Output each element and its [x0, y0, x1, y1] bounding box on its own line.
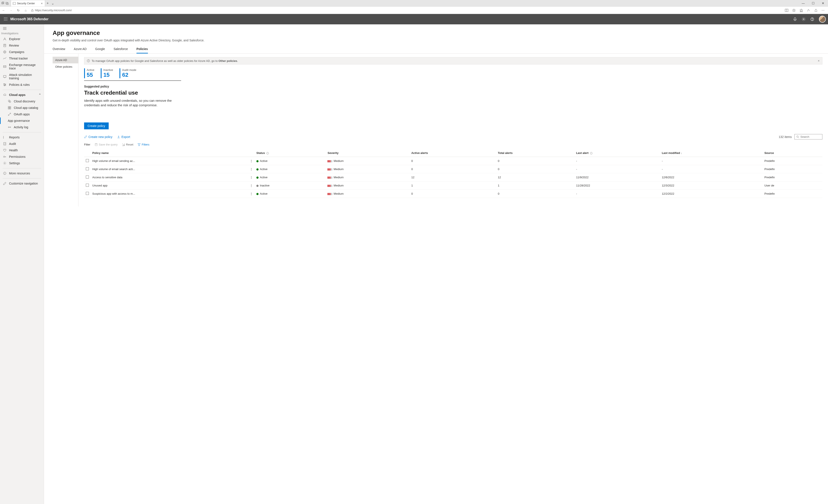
sidebar-item-exchange-trace[interactable]: Exchange message trace [0, 61, 44, 72]
col-total-alerts[interactable]: Total alerts [496, 149, 574, 157]
subnav-other-policies[interactable]: Other policies [53, 64, 78, 70]
cell-source: Predefin [763, 173, 822, 181]
sidebar-item-review[interactable]: Review [0, 42, 44, 49]
tab-azure-ad[interactable]: Azure AD [74, 47, 86, 53]
sidebar-item-campaigns[interactable]: Campaigns [0, 49, 44, 55]
row-actions-icon[interactable]: ⋮ [250, 184, 253, 187]
table-row[interactable]: Unused app⋮InactiveMedium1111/28/202212/… [84, 181, 822, 190]
app-title: Microsoft 365 Defender [10, 17, 48, 21]
svg-rect-0 [2, 2, 3, 4]
notifications-icon[interactable] [793, 17, 797, 21]
favorites-list-icon[interactable] [799, 9, 803, 12]
more-icon[interactable]: ⋯ [822, 9, 825, 12]
sidebar-group-cloud-apps[interactable]: Cloud apps⌃ [0, 92, 44, 98]
stat-audit[interactable]: Audit mode62 [119, 68, 136, 78]
sidebar-item-permissions[interactable]: Permissions [0, 154, 44, 160]
svg-rect-41 [8, 107, 9, 108]
info-close-icon[interactable]: × [818, 59, 820, 62]
row-checkbox[interactable] [86, 175, 89, 178]
tab-overview[interactable]: Overview [53, 47, 65, 53]
col-source[interactable]: Source [763, 149, 822, 157]
address-bar[interactable]: https://security.microsoft.com/ [29, 9, 782, 12]
settings-icon[interactable] [802, 17, 805, 21]
refresh-button[interactable]: ↻ [15, 9, 22, 12]
browser-tab[interactable]: Security Center × [11, 0, 45, 6]
col-last-alert[interactable]: Last alert [574, 149, 660, 157]
home-button[interactable]: ⌂ [22, 9, 29, 12]
sidebar-item-threat-tracker[interactable]: Threat tracker [0, 55, 44, 61]
help-icon[interactable] [810, 17, 814, 21]
stat-active[interactable]: Active55 [84, 68, 94, 78]
sidebar-item-cloud-discovery[interactable]: Cloud discovery [0, 98, 44, 104]
cell-last-alert: 11/9/2022 [574, 173, 660, 181]
table-row[interactable]: High volume of email search acti...⋮Acti… [84, 165, 822, 173]
row-actions-icon[interactable]: ⋮ [250, 159, 253, 163]
sidebar-item-audit[interactable]: Audit [0, 140, 44, 147]
sidebar-item-settings[interactable]: Settings [0, 160, 44, 166]
svg-line-60 [798, 137, 799, 138]
sidebar-item-cloud-catalog[interactable]: Cloud app catalog [0, 104, 44, 111]
page-title: App governance [53, 30, 819, 36]
window-minimize-button[interactable]: — [798, 1, 808, 5]
window-close-button[interactable]: ✕ [818, 1, 828, 5]
collections-icon[interactable] [807, 9, 810, 12]
col-policy-name[interactable]: Policy name [91, 149, 248, 157]
row-checkbox[interactable] [86, 184, 89, 187]
row-actions-icon[interactable]: ⋮ [250, 176, 253, 179]
search-input[interactable] [800, 135, 820, 138]
reset-button[interactable]: Reset [122, 143, 133, 146]
cell-severity: Medium [326, 173, 410, 181]
row-checkbox[interactable] [86, 192, 89, 195]
export-link[interactable]: Export [117, 135, 130, 139]
cell-total-alerts: 0 [496, 190, 574, 198]
app-header: Microsoft 365 Defender [0, 14, 828, 24]
table-row[interactable]: High volume of email sending ac...⋮Activ… [84, 157, 822, 165]
sidebar-item-explorer[interactable]: Explorer [0, 36, 44, 42]
suggested-policy: Suggested policy Track credential use Id… [84, 85, 822, 108]
sidebar-toggle[interactable] [0, 26, 44, 32]
sidebar-item-policies-rules[interactable]: Policies & rules [0, 82, 44, 88]
window-tab-icons[interactable] [0, 2, 10, 5]
create-new-policy-link[interactable]: Create new policy [84, 135, 112, 139]
tab-google[interactable]: Google [95, 47, 105, 53]
new-tab-button[interactable]: + [45, 1, 50, 5]
sidebar-item-app-governance[interactable]: App governance [0, 118, 44, 124]
sidebar-item-more-resources[interactable]: More resources [0, 170, 44, 176]
col-last-modified[interactable]: Last modified ↓ [660, 149, 763, 157]
back-button[interactable]: ← [0, 9, 7, 12]
subnav-azure-ad[interactable]: Azure AD [53, 57, 78, 64]
col-active-alerts[interactable]: Active alerts [410, 149, 496, 157]
sidebar-item-attack-sim[interactable]: Attack simulation training [0, 72, 44, 82]
row-checkbox[interactable] [86, 159, 89, 162]
info-banner: To manage OAuth app policies for Google … [84, 57, 822, 65]
tabs-dropdown-icon[interactable]: ⌄ [50, 1, 55, 5]
table-row[interactable]: Suspicious app with access to m...⋮Activ… [84, 190, 822, 198]
filters-button[interactable]: Filters [137, 143, 149, 146]
sidebar-item-activity-log[interactable]: Activity log [0, 124, 44, 130]
cell-last-alert: - [574, 165, 660, 173]
col-severity[interactable]: Severity [326, 149, 410, 157]
search-box[interactable] [794, 134, 822, 139]
row-actions-icon[interactable]: ⋮ [250, 192, 253, 195]
row-checkbox[interactable] [86, 167, 89, 170]
user-avatar[interactable] [819, 16, 826, 23]
table-row[interactable]: Access to sensitive data⋮ActiveMedium121… [84, 173, 822, 181]
sidebar-item-reports[interactable]: Reports [0, 134, 44, 140]
create-policy-button[interactable]: Create policy [84, 122, 109, 129]
reading-view-icon[interactable] [785, 9, 788, 12]
sidebar-item-truncated[interactable]: Investigations [0, 32, 44, 36]
sidebar-item-oauth-apps[interactable]: OAuth apps [0, 111, 44, 118]
sidebar-item-health[interactable]: Health [0, 147, 44, 154]
tab-policies[interactable]: Policies [136, 47, 148, 53]
row-actions-icon[interactable]: ⋮ [250, 168, 253, 171]
tab-close-icon[interactable]: × [41, 2, 43, 5]
svg-rect-6 [32, 10, 33, 11]
stat-inactive[interactable]: Inactive15 [101, 68, 113, 78]
tab-salesforce[interactable]: Salesforce [114, 47, 128, 53]
col-status[interactable]: Status [255, 149, 326, 157]
sidebar-item-customize[interactable]: Customize navigation [0, 180, 44, 187]
share-icon[interactable] [814, 9, 818, 12]
favorite-icon[interactable] [792, 9, 796, 12]
window-maximize-button[interactable]: ☐ [808, 1, 818, 5]
app-launcher-icon[interactable] [2, 17, 9, 22]
